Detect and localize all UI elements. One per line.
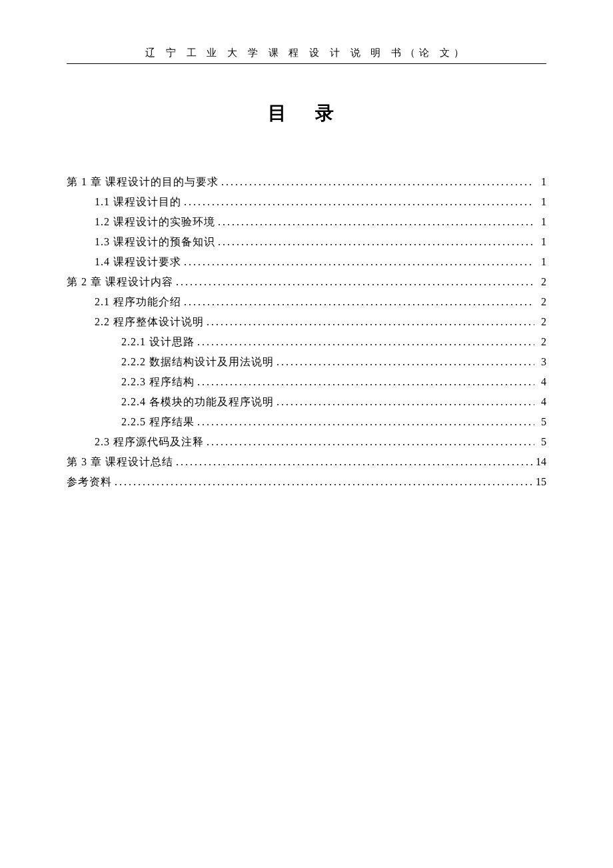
toc-entry: 2.2 程序整体设计说明2 xyxy=(67,313,546,331)
toc-entry: 2.1 程序功能介绍2 xyxy=(67,293,546,311)
toc-leader-dots xyxy=(173,453,534,471)
toc-entry-label: 2.2.2 数据结构设计及用法说明 xyxy=(121,353,274,371)
toc-title: 目 录 xyxy=(67,101,546,126)
toc-entry-label: 1.3 课程设计的预备知识 xyxy=(95,233,215,251)
toc-entry: 第 3 章 课程设计总结14 xyxy=(67,453,546,471)
toc-entry-label: 2.2.5 程序结果 xyxy=(121,413,195,431)
toc-entry-page: 5 xyxy=(534,413,546,431)
toc-entry: 2.2.4 各模块的功能及程序说明4 xyxy=(67,393,546,411)
toc-entry-label: 1.1 课程设计目的 xyxy=(95,193,181,211)
toc-entry: 2.2.2 数据结构设计及用法说明3 xyxy=(67,353,546,371)
toc-entry-label: 参考资料 xyxy=(67,473,112,491)
toc-entry: 第 2 章 课程设计内容2 xyxy=(67,273,546,291)
toc-entry-page: 1 xyxy=(534,233,546,251)
toc-leader-dots xyxy=(274,353,534,371)
toc-entry-page: 1 xyxy=(534,173,546,191)
toc-entry: 参考资料15 xyxy=(67,473,546,491)
toc-entry-label: 2.2.1 设计思路 xyxy=(121,333,195,351)
toc-entry: 1.4 课程设计要求1 xyxy=(67,253,546,271)
toc-entry: 2.2.1 设计思路2 xyxy=(67,333,546,351)
toc-entry-page: 1 xyxy=(534,253,546,271)
toc-leader-dots xyxy=(181,253,534,271)
toc-entry: 1.1 课程设计目的1 xyxy=(67,193,546,211)
toc-entry-label: 第 1 章 课程设计的目的与要求 xyxy=(67,173,219,191)
toc-entry-page: 14 xyxy=(534,453,546,471)
toc-leader-dots xyxy=(195,373,534,391)
toc-leader-dots xyxy=(215,213,534,231)
toc-entry-page: 4 xyxy=(534,393,546,411)
page: 辽 宁 工 业 大 学 课 程 设 计 说 明 书（论 文） 目 录 第 1 章… xyxy=(0,0,613,868)
toc-leader-dots xyxy=(274,393,534,411)
toc-leader-dots xyxy=(204,433,534,451)
toc-entry: 2.2.5 程序结果5 xyxy=(67,413,546,431)
toc-entry-label: 1.4 课程设计要求 xyxy=(95,253,181,271)
toc-entry-label: 第 2 章 课程设计内容 xyxy=(67,273,173,291)
page-header: 辽 宁 工 业 大 学 课 程 设 计 说 明 书（论 文） xyxy=(67,47,546,64)
toc-entry-page: 2 xyxy=(534,273,546,291)
toc-entry-page: 4 xyxy=(534,373,546,391)
toc-entry-page: 5 xyxy=(534,433,546,451)
toc-leader-dots xyxy=(181,293,534,311)
toc-entry-label: 2.3 程序源代码及注释 xyxy=(95,433,204,451)
toc-entry-label: 1.2 课程设计的实验环境 xyxy=(95,213,215,231)
toc-leader-dots xyxy=(112,473,534,491)
toc-entry-label: 2.2 程序整体设计说明 xyxy=(95,313,204,331)
toc-entry-page: 2 xyxy=(534,313,546,331)
toc-leader-dots xyxy=(204,313,534,331)
toc-entry-label: 2.2.4 各模块的功能及程序说明 xyxy=(121,393,274,411)
toc-leader-dots xyxy=(181,193,534,211)
toc-entry-label: 2.1 程序功能介绍 xyxy=(95,293,181,311)
toc-entry-page: 1 xyxy=(534,213,546,231)
toc-leader-dots xyxy=(195,333,534,351)
toc-entry-page: 2 xyxy=(534,333,546,351)
toc-entry: 第 1 章 课程设计的目的与要求1 xyxy=(67,173,546,191)
toc-leader-dots xyxy=(195,413,534,431)
toc-entry-label: 第 3 章 课程设计总结 xyxy=(67,453,173,471)
table-of-contents: 第 1 章 课程设计的目的与要求11.1 课程设计目的11.2 课程设计的实验环… xyxy=(67,173,546,491)
toc-leader-dots xyxy=(215,233,534,251)
toc-entry-label: 2.2.3 程序结构 xyxy=(121,373,195,391)
toc-entry-page: 3 xyxy=(534,353,546,371)
toc-leader-dots xyxy=(173,273,534,291)
toc-entry: 1.3 课程设计的预备知识1 xyxy=(67,233,546,251)
toc-entry-page: 15 xyxy=(534,473,546,491)
toc-entry-page: 2 xyxy=(534,293,546,311)
toc-entry: 2.2.3 程序结构4 xyxy=(67,373,546,391)
toc-entry-page: 1 xyxy=(534,193,546,211)
toc-leader-dots xyxy=(219,173,534,191)
toc-entry: 1.2 课程设计的实验环境1 xyxy=(67,213,546,231)
toc-entry: 2.3 程序源代码及注释5 xyxy=(67,433,546,451)
